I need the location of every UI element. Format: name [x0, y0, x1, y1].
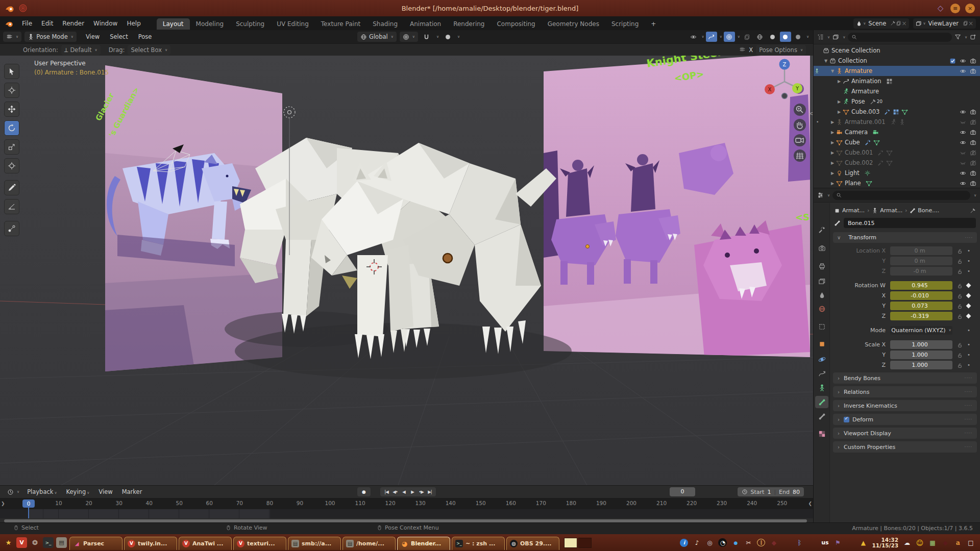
transform-value-field[interactable]: 0 m [890, 246, 952, 255]
menubar-menu[interactable]: Window [89, 16, 122, 30]
visibility-toggles[interactable] [960, 180, 976, 187]
properties-tab[interactable] [815, 320, 828, 333]
outliner-row[interactable]: ▶ Pose 20 [814, 96, 980, 107]
taskbar-clock[interactable]: 14:3211/15/23 [872, 537, 898, 548]
menubar-menu[interactable]: File [17, 16, 37, 30]
viewport-canvas[interactable]: Glacier 's Guardian> [0, 56, 813, 485]
properties-tab[interactable] [815, 289, 828, 301]
tray-icon[interactable]: ● [731, 539, 740, 547]
visibility-toggles[interactable] [960, 109, 976, 115]
taskbar-window-button[interactable]: ▤ /home/... [342, 537, 396, 550]
visibility-toggles[interactable] [960, 119, 976, 126]
tray-icon[interactable] [808, 539, 816, 547]
tool-scale[interactable] [4, 139, 19, 155]
timeline-menu-marker[interactable]: Marker [117, 488, 147, 495]
transport-button[interactable]: ▶ [408, 489, 416, 494]
transform-value-field[interactable]: 0 m [890, 257, 952, 265]
tray-icon[interactable]: ᛒ [795, 539, 803, 547]
timeline-left-arrow[interactable]: ❯ [1, 501, 5, 506]
tool-rotate[interactable] [4, 120, 19, 136]
taskbar-window-button[interactable]: V texturi... [233, 537, 286, 550]
object-name[interactable]: Pose [851, 98, 865, 105]
disclosure-triangle[interactable]: ▶ [836, 99, 843, 104]
properties-tab[interactable] [815, 242, 828, 254]
tool-move[interactable] [4, 102, 19, 117]
workspace-tab[interactable]: Sculpting [230, 18, 271, 30]
tray-icon[interactable]: ▲ [859, 539, 867, 547]
disclosure-triangle[interactable]: ▶ [829, 171, 836, 176]
workspace-tab[interactable]: Compositing [491, 18, 541, 30]
launcher-icon[interactable]: ❂ [30, 537, 40, 548]
pin-id-icon[interactable] [970, 208, 976, 214]
lock-icon[interactable] [954, 247, 965, 254]
transport-button[interactable]: ◀ [400, 489, 408, 494]
transform-value-field[interactable]: Quaternion (WXYZ)∨ [890, 326, 952, 335]
drag-value-dropdown[interactable]: Select Box∨ [128, 45, 170, 55]
new-scene-icon[interactable] [896, 20, 901, 26]
outliner-row[interactable]: ▶ Camera [814, 127, 980, 137]
properties-section[interactable]: › Bendy Bones ···· [833, 372, 977, 384]
object-name[interactable]: Armature [845, 67, 872, 74]
tray-icon[interactable]: us [821, 539, 829, 547]
auto-keying-record-button[interactable]: ● [357, 487, 371, 496]
outliner-display-mode-icon[interactable] [817, 34, 824, 40]
object-name[interactable]: Plane [845, 180, 861, 187]
disclosure-triangle[interactable]: ▶ [829, 130, 836, 135]
outliner-row[interactable]: ▼ Collection [814, 56, 980, 66]
taskbar-window-button[interactable]: ◕ Blender... [397, 537, 450, 550]
current-frame-field[interactable]: 0 [670, 487, 695, 496]
viewlayer-selector[interactable]: ∨ ViewLayer × [913, 18, 976, 29]
transform-value-field[interactable]: -0 m [890, 267, 952, 276]
selectability-visibility-dropdown[interactable] [688, 32, 699, 42]
transform-value-field[interactable]: 1.000 [890, 350, 952, 359]
xray-toggle[interactable] [742, 32, 753, 42]
orientation-dropdown[interactable]: Global∨ [357, 32, 397, 42]
tray-icon[interactable]: ‖ [757, 539, 765, 546]
gizmos-toggle[interactable] [706, 32, 717, 42]
visibility-toggles[interactable] [949, 58, 976, 64]
launcher-icon[interactable]: ▤ [56, 537, 67, 548]
workspace-tab[interactable]: Layout [157, 18, 190, 30]
tray-icon[interactable]: ▦ [928, 539, 937, 547]
transform-value-field[interactable]: -0.319 [890, 312, 952, 320]
properties-tab[interactable] [815, 353, 828, 365]
animate-decorator[interactable]: • [965, 362, 973, 368]
transport-button[interactable]: •▶ [417, 489, 425, 494]
lock-icon[interactable] [954, 282, 965, 289]
object-name[interactable]: Light [845, 169, 860, 177]
transport-button[interactable]: ▶| [426, 489, 434, 494]
visibility-toggles[interactable] [960, 160, 976, 166]
disclosure-triangle[interactable]: ▶ [829, 151, 836, 155]
tool-tweak-select[interactable] [4, 64, 19, 79]
editor-type-button[interactable]: ∨ [3, 32, 21, 42]
window-menu-button[interactable]: ≡ [950, 4, 960, 13]
pager-current-desktop[interactable] [564, 538, 577, 548]
taskbar-window-button[interactable]: >_ ~ : zsh ... [452, 537, 505, 550]
launcher-icon[interactable]: V [16, 537, 27, 548]
tray-icon[interactable]: ◆ [941, 539, 949, 547]
tray-icon[interactable]: ♪ [693, 539, 701, 547]
taskbar-window-button[interactable]: ◢ Parsec [69, 537, 122, 550]
taskbar-window-button[interactable]: V twily.in... [124, 537, 177, 550]
tray-icon[interactable]: i [680, 539, 688, 547]
object-name[interactable]: Collection [838, 57, 867, 64]
lock-icon[interactable] [954, 352, 965, 358]
properties-tab[interactable] [815, 223, 828, 236]
proportional-edit-toggle[interactable] [442, 32, 453, 42]
taskbar-window-button[interactable]: V AnaTwi ... [179, 537, 232, 550]
start-frame-value[interactable]: 1 [767, 489, 771, 495]
animate-decorator[interactable]: • [965, 248, 973, 254]
properties-editor-type-icon[interactable] [817, 192, 824, 198]
workspace-tab[interactable]: Shading [366, 18, 404, 30]
scene-selector[interactable]: ∨ Scene × [853, 18, 909, 29]
object-name[interactable]: Cube.003 [851, 108, 879, 115]
tray-icon[interactable] [846, 539, 854, 547]
lock-icon[interactable] [954, 303, 965, 309]
frame-range-fields[interactable]: Start 1 | End 80 [738, 487, 804, 496]
workspace-tab[interactable]: Rendering [447, 18, 491, 30]
properties-section[interactable]: › Inverse Kinematics ···· [833, 400, 977, 411]
workspace-tab[interactable]: Geometry Nodes [542, 18, 605, 30]
disclosure-triangle[interactable]: ▶ [829, 120, 836, 124]
animate-decorator[interactable]: • [965, 328, 973, 333]
remove-viewlayer-icon[interactable]: × [968, 20, 973, 27]
